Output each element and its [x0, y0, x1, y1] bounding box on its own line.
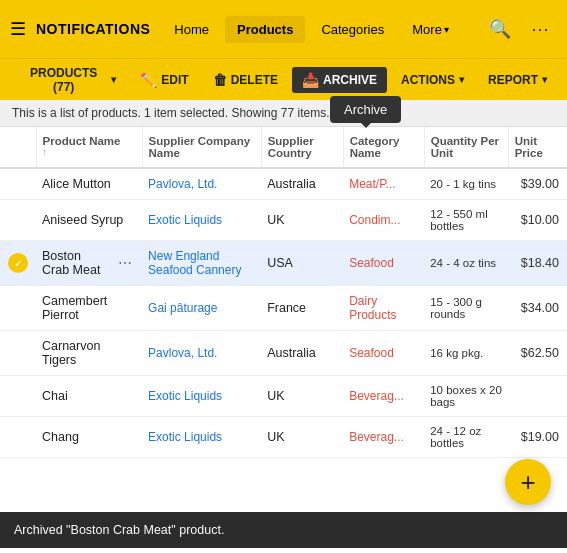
actions-button[interactable]: ACTIONS ▾ — [391, 68, 474, 92]
cell-price: $34.00 — [508, 286, 567, 331]
cell-product-name: Carnarvon Tigers — [36, 331, 142, 376]
nav-products[interactable]: Products — [225, 16, 305, 43]
cell-product-name: Camembert Pierrot — [36, 286, 142, 331]
cell-quantity: 15 - 300 g rounds — [424, 286, 508, 331]
archive-button[interactable]: 📥 ARCHIVE — [292, 67, 387, 93]
edit-label: EDIT — [161, 73, 188, 87]
cell-quantity: 16 kg pkg. — [424, 331, 508, 376]
cell-product-name: Aniseed Syrup — [36, 200, 142, 241]
cell-category: Meat/P... — [343, 168, 424, 200]
cell-supplier[interactable]: Gai pâturage — [142, 286, 261, 331]
cell-price: $10.00 — [508, 200, 567, 241]
trash-icon: 🗑 — [213, 72, 227, 88]
th-check — [0, 127, 36, 168]
cell-price: $19.00 — [508, 417, 567, 458]
cell-price: $39.00 — [508, 168, 567, 200]
th-supplier-country[interactable]: Supplier Country — [261, 127, 343, 168]
nav-more[interactable]: More ▾ — [400, 16, 461, 43]
cell-supplier[interactable]: Exotic Liquids — [142, 200, 261, 241]
th-product-name[interactable]: Product Name ↑ — [36, 127, 142, 168]
products-count-label: PRODUCTS (77) — [20, 66, 107, 94]
row-check-cell[interactable] — [0, 286, 36, 331]
row-check-cell[interactable] — [0, 376, 36, 417]
search-button[interactable]: 🔍 — [481, 14, 519, 44]
cell-category: Seafood — [343, 331, 424, 376]
cell-price: $62.50 — [508, 331, 567, 376]
table-row[interactable]: ChangExotic LiquidsUKBeverag...24 - 12 o… — [0, 417, 567, 458]
cell-quantity: 24 - 12 oz bottles — [424, 417, 508, 458]
table-header-row: Product Name ↑ Supplier Company Name Sup… — [0, 127, 567, 168]
chevron-down-icon: ▾ — [444, 24, 449, 35]
cell-product-name: Chai — [36, 376, 142, 417]
cell-quantity: 24 - 4 oz tins — [424, 241, 508, 286]
top-nav: ☰ NOTIFICATIONS Home Products Categories… — [0, 0, 567, 58]
row-check-cell[interactable] — [0, 331, 36, 376]
bottom-status-bar: Archived "Boston Crab Meat" product. — [0, 512, 567, 548]
chevron-down-icon: ▾ — [111, 74, 116, 85]
archive-tooltip: Archive — [330, 96, 401, 123]
th-category-name[interactable]: Category Name — [343, 127, 424, 168]
th-unit-price[interactable]: Unit Price — [508, 127, 567, 168]
table-row[interactable]: Carnarvon TigersPavlova, Ltd.AustraliaSe… — [0, 331, 567, 376]
hamburger-icon[interactable]: ☰ — [10, 18, 26, 40]
cell-supplier[interactable]: Pavlova, Ltd. — [142, 168, 261, 200]
table-row[interactable]: ✓Boston Crab Meat⋯New England Seafood Ca… — [0, 241, 567, 286]
check-icon: ✓ — [8, 253, 28, 273]
cell-supplier[interactable]: Pavlova, Ltd. — [142, 331, 261, 376]
sort-arrow-icon: ↑ — [43, 147, 136, 157]
brand-label: NOTIFICATIONS — [36, 21, 150, 37]
table-row[interactable]: Camembert PierrotGai pâturageFranceDairy… — [0, 286, 567, 331]
cell-country: Australia — [261, 331, 343, 376]
th-quantity-per-unit[interactable]: Quantity Per Unit — [424, 127, 508, 168]
cell-product-name: Chang — [36, 417, 142, 458]
cell-country: USA — [261, 241, 343, 286]
plus-icon: + — [520, 467, 535, 498]
archive-icon: 📥 — [302, 72, 319, 88]
cell-category: Beverag... — [343, 376, 424, 417]
products-table: Product Name ↑ Supplier Company Name Sup… — [0, 127, 567, 458]
nav-home[interactable]: Home — [162, 16, 221, 43]
pencil-icon: ✏️ — [140, 72, 157, 88]
add-product-button[interactable]: + — [505, 459, 551, 505]
cell-country: UK — [261, 417, 343, 458]
report-button[interactable]: REPORT ▾ — [478, 68, 557, 92]
table-row[interactable]: ChaiExotic LiquidsUKBeverag...10 boxes x… — [0, 376, 567, 417]
chevron-down-icon: ▾ — [459, 74, 464, 85]
nav-categories[interactable]: Categories — [309, 16, 396, 43]
cell-quantity: 20 - 1 kg tins — [424, 168, 508, 200]
table-row[interactable]: Alice MuttonPavlova, Ltd.AustraliaMeat/P… — [0, 168, 567, 200]
row-check-cell[interactable]: ✓ — [0, 241, 36, 286]
cell-country: UK — [261, 376, 343, 417]
row-check-cell[interactable] — [0, 168, 36, 200]
cell-supplier[interactable]: Exotic Liquids — [142, 376, 261, 417]
edit-button[interactable]: ✏️ EDIT — [130, 67, 198, 93]
cell-supplier[interactable]: New England Seafood Cannery — [142, 241, 261, 286]
row-actions-button[interactable]: ⋯ — [114, 253, 136, 273]
more-options-button[interactable]: ⋯ — [523, 14, 557, 44]
report-label: REPORT — [488, 73, 538, 87]
status-text: This is a list of products. 1 item selec… — [12, 106, 329, 120]
archive-label: ARCHIVE — [323, 73, 377, 87]
row-check-cell[interactable] — [0, 200, 36, 241]
cell-quantity: 12 - 550 ml bottles — [424, 200, 508, 241]
actions-label: ACTIONS — [401, 73, 455, 87]
toolbar: PRODUCTS (77) ▾ ✏️ EDIT 🗑 DELETE 📥 ARCHI… — [0, 58, 567, 100]
row-check-cell[interactable] — [0, 417, 36, 458]
cell-product-name: Boston Crab Meat⋯ — [36, 241, 142, 286]
cell-supplier[interactable]: Exotic Liquids — [142, 417, 261, 458]
products-table-container[interactable]: Product Name ↑ Supplier Company Name Sup… — [0, 127, 567, 512]
cell-category: Condim... — [343, 200, 424, 241]
cell-price: $18.40 — [508, 241, 567, 286]
table-row[interactable]: Aniseed SyrupExotic LiquidsUKCondim...12… — [0, 200, 567, 241]
products-count-button[interactable]: PRODUCTS (77) ▾ — [10, 61, 126, 99]
status-bar: This is a list of products. 1 item selec… — [0, 100, 567, 127]
delete-button[interactable]: 🗑 DELETE — [203, 67, 288, 93]
cell-category: Beverag... — [343, 417, 424, 458]
chevron-down-icon: ▾ — [542, 74, 547, 85]
cell-country: Australia — [261, 168, 343, 200]
cell-country: UK — [261, 200, 343, 241]
cell-quantity: 10 boxes x 20 bags — [424, 376, 508, 417]
th-supplier-company[interactable]: Supplier Company Name — [142, 127, 261, 168]
page-wrapper: ☰ NOTIFICATIONS Home Products Categories… — [0, 0, 567, 553]
cell-category: Dairy Products — [343, 286, 424, 331]
